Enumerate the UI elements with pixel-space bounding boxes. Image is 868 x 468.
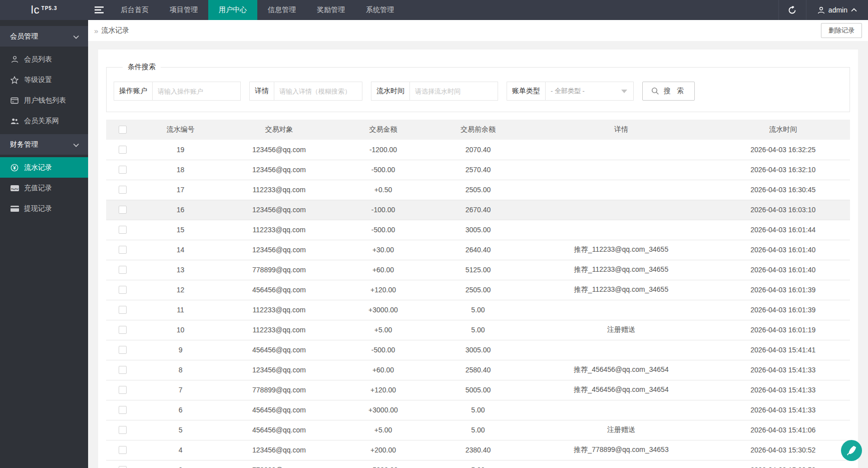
account-cell: 456456@qq.com: [221, 280, 336, 300]
detail-cell: [527, 220, 716, 240]
sidebar-item-group[interactable]: 会员关系网: [0, 111, 88, 131]
row-checkbox[interactable]: [119, 386, 127, 394]
flow-id-cell: 5: [140, 420, 221, 440]
wallet-icon: [10, 97, 19, 104]
row-checkbox-cell: [106, 220, 140, 240]
nav-tab-3[interactable]: 用户中心: [208, 0, 257, 20]
chevron-down-icon: [73, 33, 79, 41]
balance-cell: 5.00: [429, 400, 526, 420]
amount-cell: +60.00: [337, 260, 430, 280]
detail-cell: [527, 200, 716, 220]
row-checkbox[interactable]: [119, 326, 127, 334]
select-all-checkbox[interactable]: [119, 126, 127, 134]
sidebar-item-wallet[interactable]: 用户钱包列表: [0, 90, 88, 111]
flow-id-cell: 12: [140, 280, 221, 300]
sidebar-item-label: 流水记录: [24, 163, 52, 172]
account-cell: 123456@qq.com: [221, 360, 336, 380]
sidebar-item-yen[interactable]: 流水记录: [0, 157, 88, 178]
time-cell: 2026-04-03 15:41:33: [716, 360, 850, 380]
balance-cell: 2505.00: [429, 280, 526, 300]
row-checkbox[interactable]: [119, 426, 127, 434]
refresh-button[interactable]: [778, 0, 806, 20]
flow-id-cell: 7: [140, 380, 221, 400]
user-icon: [817, 7, 825, 14]
search-field-group-1: 操作账户: [114, 82, 241, 101]
row-checkbox-cell: [106, 340, 140, 360]
row-checkbox[interactable]: [119, 166, 127, 174]
search-input-2[interactable]: [274, 82, 362, 100]
svg-text:PayPal: PayPal: [11, 187, 19, 190]
flow-id-cell: 17: [140, 180, 221, 200]
row-checkbox[interactable]: [119, 406, 127, 414]
sidebar-item-user[interactable]: 会员列表: [0, 49, 88, 70]
row-checkbox-cell: [106, 280, 140, 300]
row-checkbox[interactable]: [119, 146, 127, 154]
search-button[interactable]: 搜 索: [642, 82, 695, 101]
sidebar-item-paypal[interactable]: PayPal充值记录: [0, 178, 88, 198]
row-checkbox[interactable]: [119, 186, 127, 194]
account-cell: 456456@qq.com: [221, 340, 336, 360]
detail-cell: [527, 180, 716, 200]
search-input-3[interactable]: [410, 82, 498, 100]
flow-records-table: 流水编号交易对象交易金额交易前余额详情流水时间 19123456@qq.com-…: [106, 120, 850, 468]
sidebar-section-2: 财务管理流水记录PayPal充值记录提现记录: [0, 134, 88, 219]
delete-records-button[interactable]: 删除记录: [821, 23, 862, 38]
sidebar-group-2[interactable]: 财务管理: [0, 134, 88, 155]
nav-tab-2[interactable]: 项目管理: [159, 0, 208, 20]
app-logo: lcTP5.3: [0, 0, 88, 20]
brush-icon: [846, 445, 857, 456]
table-row: 13778899@qq.com+60.005125.00推荐_112233@qq…: [106, 260, 850, 280]
detail-cell: [527, 400, 716, 420]
column-header: 交易金额: [337, 120, 430, 140]
user-menu[interactable]: admin: [806, 0, 868, 20]
row-checkbox-cell: [106, 160, 140, 180]
refresh-icon: [788, 6, 796, 15]
row-checkbox[interactable]: [119, 366, 127, 374]
detail-cell: [527, 160, 716, 180]
row-checkbox-cell: [106, 360, 140, 380]
menu-toggle-icon[interactable]: [88, 0, 110, 20]
amount-cell: +5.00: [337, 320, 430, 340]
nav-tab-6[interactable]: 系统管理: [355, 0, 404, 20]
row-checkbox[interactable]: [119, 206, 127, 214]
row-checkbox[interactable]: [119, 346, 127, 354]
amount-cell: +3000.00: [337, 400, 430, 420]
search-input-1[interactable]: [153, 82, 240, 100]
flow-id-cell: 19: [140, 140, 221, 160]
floating-action-button[interactable]: [841, 440, 862, 461]
sidebar-item-label: 充值记录: [24, 184, 52, 193]
bill-type-select[interactable]: - 全部类型 -: [546, 82, 633, 100]
breadcrumb-separator-icon: »: [94, 27, 98, 35]
search-field-group-4: 账单类型- 全部类型 -: [507, 82, 634, 101]
table-row: 15112233@qq.com-500.003005.002026-04-03 …: [106, 220, 850, 240]
detail-cell: 注册赠送: [527, 420, 716, 440]
amount-cell: -500.00: [337, 340, 430, 360]
amount-cell: +200.00: [337, 440, 430, 460]
row-checkbox-cell: [106, 240, 140, 260]
row-checkbox[interactable]: [119, 446, 127, 454]
account-cell: 778899@qq.com: [221, 260, 336, 280]
nav-tab-5[interactable]: 奖励管理: [306, 0, 355, 20]
row-checkbox-cell: [106, 200, 140, 220]
topbar: lcTP5.3 后台首页项目管理用户中心信息管理奖励管理系统管理 admin: [0, 0, 868, 20]
row-checkbox[interactable]: [119, 306, 127, 314]
column-header: 详情: [527, 120, 716, 140]
row-checkbox[interactable]: [119, 466, 127, 468]
sidebar-group-1[interactable]: 会员管理: [0, 26, 88, 47]
table-row: 16123456@qq.com-100.002670.402026-04-03 …: [106, 200, 850, 220]
row-checkbox[interactable]: [119, 286, 127, 294]
row-checkbox[interactable]: [119, 246, 127, 254]
sidebar-item-star[interactable]: 等级设置: [0, 70, 88, 90]
nav-tab-4[interactable]: 信息管理: [257, 0, 306, 20]
amount-cell: +5.00: [337, 420, 430, 440]
detail-cell: 推荐_778899@qq.com_34653: [527, 440, 716, 460]
row-checkbox[interactable]: [119, 226, 127, 234]
time-cell: 2026-04-03 15:41:33: [716, 400, 850, 420]
search-field-group-2: 详情: [249, 82, 362, 101]
account-cell: 123456@qq.com: [221, 140, 336, 160]
flow-id-cell: 10: [140, 320, 221, 340]
nav-tab-1[interactable]: 后台首页: [110, 0, 159, 20]
sidebar: 会员管理会员列表等级设置用户钱包列表会员关系网财务管理流水记录PayPal充值记…: [0, 20, 88, 468]
sidebar-item-card[interactable]: 提现记录: [0, 198, 88, 219]
row-checkbox[interactable]: [119, 266, 127, 274]
